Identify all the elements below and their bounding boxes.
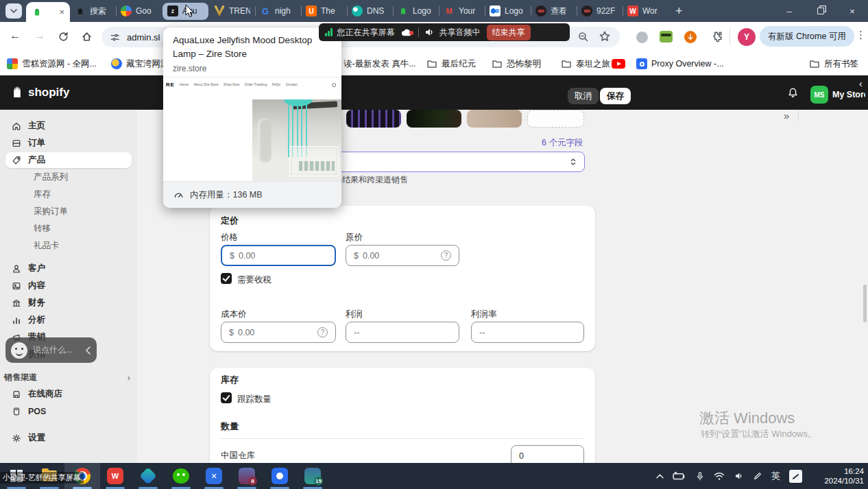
share-chat-widget[interactable]: 说点什么...: [5, 337, 97, 363]
chrome-update-chip[interactable]: 有新版 Chrome 可用: [760, 26, 854, 47]
sidebar-item-products[interactable]: 产品: [5, 152, 132, 168]
bookmarks-overflow-icon[interactable]: »: [784, 110, 789, 121]
app-badge-15-icon[interactable]: 15: [304, 467, 322, 485]
new-tab-button[interactable]: +: [675, 4, 683, 19]
bookmark-folder[interactable]: 恐怖黎明: [492, 57, 541, 71]
chat-placeholder[interactable]: 说点什么...: [33, 344, 73, 356]
battery-icon[interactable]: [673, 471, 686, 481]
bookmark-item[interactable]: 雪糕资源网 - 全网...: [7, 57, 97, 71]
browser-tab[interactable]: Logo: [485, 0, 531, 22]
tune-icon[interactable]: [110, 32, 120, 43]
browser-tab[interactable]: DNS: [347, 0, 393, 22]
cloud-recording-icon[interactable]: [400, 27, 413, 38]
store-name[interactable]: My Store: [832, 90, 865, 99]
bookmark-folder[interactable]: 泰坦之旅: [561, 57, 610, 71]
tab-search-button[interactable]: [5, 3, 22, 19]
wifi-icon[interactable]: [714, 472, 725, 481]
back-icon[interactable]: ←: [10, 29, 21, 42]
sidebar-item-orders[interactable]: 订单: [5, 135, 132, 151]
app-badge-8-icon[interactable]: 8: [238, 467, 256, 485]
price-input[interactable]: $ 0.00: [221, 245, 336, 266]
sidebar-item-settings[interactable]: 设置: [5, 430, 132, 446]
bookmark-item[interactable]: 藏宝湾网游: [111, 57, 169, 71]
product-thumbnail[interactable]: [467, 110, 522, 128]
help-icon[interactable]: ?: [317, 327, 328, 337]
margin-input[interactable]: --: [471, 322, 584, 343]
browser-tab[interactable]: 搜索: [70, 0, 116, 22]
sidebar-item-analytics[interactable]: 分析: [5, 312, 132, 328]
browser-tab[interactable]: TREN: [209, 0, 255, 22]
blue-x-app-icon[interactable]: ✕: [205, 467, 223, 485]
scrollbar-thumb[interactable]: [863, 285, 867, 322]
browser-tab[interactable]: Goo: [116, 0, 162, 22]
compare-price-input[interactable]: $ 0.00 ?: [346, 245, 459, 266]
download-extension-icon[interactable]: [684, 31, 697, 43]
bookmark-star-icon[interactable]: [599, 30, 611, 43]
bookmark-youtube[interactable]: [612, 57, 625, 71]
metafields-link[interactable]: 6 个元字段: [542, 137, 583, 149]
window-close-button[interactable]: ×: [836, 0, 868, 22]
stop-share-button[interactable]: 结束共享: [487, 25, 531, 40]
zoom-out-icon[interactable]: [577, 31, 589, 43]
sidebar-item-pos[interactable]: POS: [5, 403, 132, 419]
forward-icon[interactable]: →: [34, 29, 45, 42]
taskbar-clock[interactable]: 16:24 2024/10/31: [805, 466, 864, 486]
sidebar-item-collections[interactable]: 产品系列: [5, 169, 132, 185]
product-thumbnail[interactable]: [346, 110, 401, 128]
window-restore-button[interactable]: [805, 0, 836, 22]
extensions-puzzle-icon[interactable]: [710, 30, 723, 43]
sidebar-item-online-store[interactable]: 在线商店: [5, 386, 132, 402]
teal-app-icon[interactable]: [139, 467, 157, 485]
sidebar-item-content[interactable]: 内容: [5, 278, 132, 294]
bookmark-all-folder[interactable]: 所有书签: [809, 57, 858, 71]
sidebar-item-inventory[interactable]: 库存: [5, 187, 132, 202]
save-button[interactable]: 保存: [600, 88, 631, 104]
browser-tab[interactable]: WWor: [623, 0, 668, 22]
sidebar-item-transfers[interactable]: 转移: [5, 221, 132, 237]
ime-indicator[interactable]: 英: [771, 470, 780, 482]
add-media-slot[interactable]: [527, 110, 584, 128]
sidebar-item-purchase-orders[interactable]: 采购订单: [5, 204, 132, 219]
sales-channels-header[interactable]: 销售渠道 ›: [4, 372, 130, 383]
profile-avatar[interactable]: Y: [738, 28, 756, 46]
collapse-left-icon[interactable]: [85, 346, 91, 355]
help-icon[interactable]: ?: [441, 250, 451, 261]
bookmark-folder[interactable]: 最后纪元: [426, 57, 476, 71]
profit-input[interactable]: --: [346, 322, 459, 343]
home-icon[interactable]: [81, 31, 93, 43]
tax-checkbox[interactable]: [221, 273, 232, 284]
sidebar-item-customers[interactable]: 客户: [5, 261, 132, 276]
meeting-app-icon[interactable]: [271, 467, 289, 485]
browser-tab[interactable]: Gnigh: [255, 0, 301, 22]
store-avatar[interactable]: MS: [810, 86, 828, 104]
bookmark-item[interactable]: 读-最新发表 真牛...: [343, 57, 416, 71]
sidebar-item-home[interactable]: 主页: [5, 118, 132, 134]
sunglasses-extension-icon[interactable]: [660, 31, 673, 43]
volume-icon[interactable]: [734, 471, 744, 481]
wechat-icon[interactable]: [172, 467, 190, 485]
browser-tab[interactable]: UThe: [301, 0, 347, 22]
product-thumbnail[interactable]: [407, 110, 461, 128]
cancel-button[interactable]: 取消: [568, 88, 599, 104]
cost-input[interactable]: $ 0.00 ?: [221, 322, 336, 343]
tray-expand-icon[interactable]: [656, 474, 664, 479]
notifications-bell-icon[interactable]: [787, 87, 799, 99]
tab-active[interactable]: ×: [26, 2, 70, 22]
touch-keyboard-icon[interactable]: [789, 470, 802, 483]
extension-circle-icon[interactable]: [636, 32, 648, 43]
wps-icon[interactable]: W: [106, 467, 124, 485]
window-minimize-button[interactable]: –: [773, 0, 805, 22]
track-quantity-checkbox[interactable]: [221, 392, 232, 403]
browser-tab[interactable]: 922查看: [531, 0, 577, 22]
tab-close-icon[interactable]: ×: [59, 8, 64, 16]
pen-icon[interactable]: [753, 471, 762, 481]
kebab-menu-icon[interactable]: ⋮: [856, 29, 866, 41]
microphone-icon[interactable]: [695, 471, 705, 481]
reload-icon[interactable]: [58, 31, 69, 43]
bookmark-item[interactable]: Proxy Overview -...: [636, 57, 724, 71]
sidebar-item-finance[interactable]: 财务: [5, 295, 132, 311]
browser-tab[interactable]: Logo: [393, 0, 439, 22]
sidebar-item-gift-cards[interactable]: 礼品卡: [5, 238, 132, 254]
browser-tab[interactable]: 922922F: [577, 0, 623, 22]
browser-tab[interactable]: MYour: [439, 0, 485, 22]
